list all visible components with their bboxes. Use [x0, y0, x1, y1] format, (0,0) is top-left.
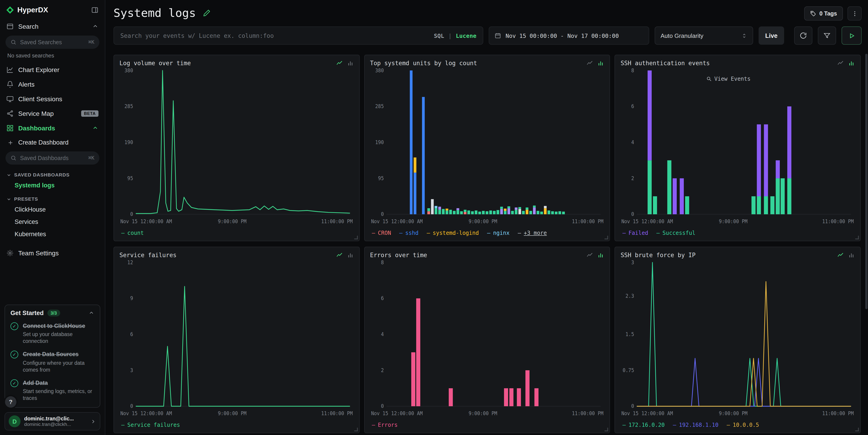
- brand[interactable]: HyperDX: [6, 6, 48, 14]
- legend-item[interactable]: —Service failures: [121, 422, 180, 428]
- line-chart-icon[interactable]: [336, 252, 343, 258]
- search-icon: [10, 39, 17, 45]
- resize-handle[interactable]: [855, 236, 859, 239]
- svg-text:Nov 15 12:00:00 AM: Nov 15 12:00:00 AM: [120, 218, 172, 224]
- lucene-language-toggle[interactable]: Lucene: [456, 32, 476, 39]
- svg-text:Nov 15 12:00:00 AM: Nov 15 12:00:00 AM: [622, 410, 673, 416]
- tags-button-label: 0 Tags: [819, 10, 837, 17]
- nav-chart-explorer[interactable]: Chart Explorer: [0, 62, 105, 77]
- chart-canvas[interactable]: 095190285380Nov 15 12:00:00 AM9:00:00 PM…: [370, 67, 604, 227]
- svg-text:0: 0: [381, 403, 383, 409]
- legend-item[interactable]: —192.168.1.10: [673, 422, 718, 428]
- legend-item[interactable]: —CRON: [372, 230, 391, 236]
- create-dashboard-button[interactable]: Create Dashboard: [0, 135, 105, 150]
- legend-item[interactable]: —Successful: [656, 230, 695, 236]
- refresh-button[interactable]: [794, 26, 812, 45]
- bar-chart-icon[interactable]: [597, 60, 604, 67]
- run-query-button[interactable]: [842, 26, 862, 45]
- scrollbar-thumb[interactable]: [865, 54, 868, 309]
- legend-item[interactable]: —count: [121, 230, 144, 236]
- dashboard-item-systemd-logs[interactable]: Systemd logs: [0, 179, 105, 191]
- line-chart-icon[interactable]: [837, 60, 844, 67]
- chart-canvas[interactable]: 02468Nov 15 12:00:00 AM9:00:00 PM11:00:0…: [370, 259, 604, 419]
- event-search-input[interactable]: Search your events w/ Lucene ex. column:…: [114, 26, 483, 45]
- sql-language-toggle[interactable]: SQL: [434, 32, 444, 39]
- legend-item[interactable]: —Failed: [622, 230, 648, 236]
- date-range-picker[interactable]: Nov 15 00:00:00 - Nov 17 00:00:00: [489, 26, 649, 45]
- help-button[interactable]: ?: [5, 396, 17, 408]
- bar-chart-icon[interactable]: [347, 252, 353, 258]
- kebab-menu-icon: [851, 10, 858, 17]
- get-started-header[interactable]: Get Started 3/3: [10, 309, 94, 316]
- preset-item-services[interactable]: Services: [0, 216, 105, 228]
- nav-client-sessions-label: Client Sessions: [18, 95, 98, 102]
- legend-item[interactable]: —systemd-logind: [427, 230, 479, 236]
- line-chart-icon[interactable]: [587, 60, 593, 67]
- nav-client-sessions[interactable]: Client Sessions: [0, 92, 105, 106]
- bar-chart-icon[interactable]: [347, 60, 353, 67]
- resize-handle[interactable]: [354, 428, 358, 431]
- line-chart-icon[interactable]: [837, 252, 844, 258]
- granularity-select[interactable]: Auto Granularity: [655, 26, 753, 45]
- svg-text:0: 0: [130, 403, 133, 409]
- chevron-up-icon[interactable]: [88, 310, 94, 316]
- chart-canvas[interactable]: 00.751.52.33Nov 15 12:00:00 AM9:00:00 PM…: [621, 259, 855, 419]
- nav-alerts[interactable]: Alerts: [0, 77, 105, 92]
- legend-item[interactable]: —10.0.0.5: [727, 422, 759, 428]
- chart-canvas[interactable]: 095190285380Nov 15 12:00:00 AM9:00:00 PM…: [119, 67, 353, 227]
- chart-card-ssh-auth: SSH authentication events 02468Nov 15 12…: [615, 55, 861, 241]
- chevron-up-icon[interactable]: [92, 125, 98, 131]
- chart-canvas[interactable]: 036912Nov 15 12:00:00 AM9:00:00 PM11:00:…: [119, 259, 353, 419]
- get-started-item[interactable]: ✓ Create Data Sources Configure where yo…: [10, 350, 94, 373]
- get-started-item[interactable]: ✓ Connect to ClickHouse Set up your data…: [10, 321, 94, 345]
- resize-handle[interactable]: [605, 428, 609, 431]
- more-menu-button[interactable]: [847, 6, 862, 21]
- legend-item[interactable]: —Errors: [372, 422, 398, 428]
- nav-dashboards[interactable]: Dashboards: [0, 121, 105, 135]
- chart-legend: —172.16.0.20—192.168.1.10—10.0.0.5: [621, 419, 855, 429]
- saved-dashboards-input[interactable]: Saved Dashboards ⌘K: [5, 151, 99, 165]
- svg-text:2: 2: [381, 367, 383, 373]
- user-menu[interactable]: D dominic.tran@clic... dominic.tran@clic…: [5, 412, 100, 430]
- filter-button[interactable]: [818, 26, 836, 45]
- view-events-link[interactable]: View Events: [706, 76, 751, 82]
- nav-search[interactable]: Search: [0, 19, 105, 34]
- legend-item[interactable]: —172.16.0.20: [622, 422, 665, 428]
- resize-handle[interactable]: [354, 236, 358, 239]
- legend-item[interactable]: —sshd: [399, 230, 418, 236]
- shortcut-hint: ⌘K: [88, 155, 95, 161]
- preset-item-clickhouse[interactable]: ClickHouse: [0, 204, 105, 216]
- edit-pencil-icon[interactable]: [203, 9, 210, 17]
- bar-chart-icon[interactable]: [848, 60, 855, 67]
- bar-chart-icon[interactable]: [597, 252, 604, 258]
- section-saved-dashboards[interactable]: SAVED DASHBOARDS: [0, 167, 105, 179]
- line-chart-icon[interactable]: [336, 60, 343, 67]
- nav-team-settings[interactable]: Team Settings: [0, 246, 105, 260]
- saved-searches-input[interactable]: Saved Searches ⌘K: [5, 36, 99, 49]
- resize-handle[interactable]: [605, 236, 609, 239]
- legend-item[interactable]: —nginx: [487, 230, 510, 236]
- section-presets[interactable]: PRESETS: [0, 191, 105, 204]
- no-saved-searches-text: No saved searches: [0, 52, 105, 62]
- svg-text:95: 95: [378, 175, 383, 181]
- page-title: Systemd logs: [114, 6, 210, 20]
- preset-item-kubernetes[interactable]: Kubernetes: [0, 228, 105, 240]
- tags-button[interactable]: 0 Tags: [804, 6, 843, 21]
- nav-service-map[interactable]: Service Map BETA: [0, 106, 105, 121]
- legend-item[interactable]: —+3 more: [518, 230, 547, 236]
- shortcut-hint: ⌘K: [88, 39, 95, 45]
- filter-funnel-icon: [823, 32, 831, 39]
- bar-chart-icon[interactable]: [848, 252, 855, 258]
- chart-card-service-failures: Service failures 036912Nov 15 12:00:00 A…: [114, 247, 360, 433]
- resize-handle[interactable]: [855, 428, 859, 431]
- sidebar-header: HyperDX: [0, 0, 105, 19]
- collapse-sidebar-icon[interactable]: [91, 6, 98, 14]
- live-button[interactable]: Live: [758, 26, 784, 45]
- line-chart-icon[interactable]: [587, 252, 593, 258]
- get-started-title: Get Started: [10, 309, 44, 316]
- chart-canvas[interactable]: 02468Nov 15 12:00:00 AM9:00:00 PM11:00:0…: [621, 67, 855, 227]
- sidebar: HyperDX Search Saved Searches ⌘K No save…: [0, 0, 105, 435]
- chart-legend: —Errors: [370, 419, 604, 429]
- get-started-item[interactable]: ✓ Add Data Start sending logs, metrics, …: [10, 378, 94, 402]
- chevron-up-icon[interactable]: [92, 23, 98, 30]
